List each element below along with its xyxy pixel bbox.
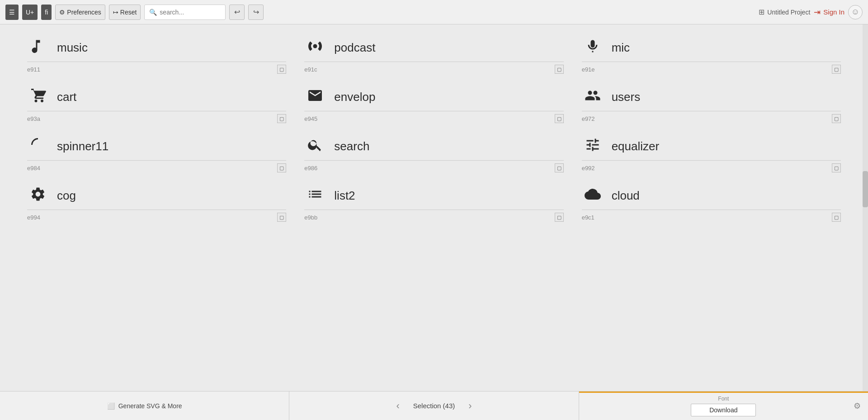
icon-card-podcast[interactable]: podcast e91c ▢ bbox=[304, 38, 563, 74]
icon-name: mic bbox=[612, 41, 630, 55]
copy-button[interactable]: ▢ bbox=[555, 114, 564, 123]
copy-button[interactable]: ▢ bbox=[832, 114, 841, 123]
unicode-label: U+ bbox=[26, 9, 34, 16]
next-arrow-icon: › bbox=[468, 400, 472, 411]
download-section: Font Download ⚙ bbox=[579, 391, 868, 420]
font-label: Font bbox=[718, 396, 729, 402]
project-title: ⊞ Untitled Project bbox=[759, 8, 810, 16]
copy-button[interactable]: ▢ bbox=[277, 114, 286, 123]
icon-card-bottom: e91e ▢ bbox=[582, 62, 841, 74]
icon-card-bottom: e984 ▢ bbox=[27, 160, 286, 172]
spinner11-icon bbox=[27, 137, 49, 156]
icon-card-list2[interactable]: list2 e9bb ▢ bbox=[304, 186, 563, 222]
icon-card-cloud[interactable]: cloud e9c1 ▢ bbox=[582, 186, 841, 222]
svg-point-0 bbox=[313, 44, 317, 48]
icon-card-envelop[interactable]: envelop e945 ▢ bbox=[304, 87, 563, 123]
podcast-icon bbox=[304, 38, 326, 57]
icon-grid: music e911 ▢ podcast e91c ▢ bbox=[27, 38, 841, 222]
icon-card-bottom: e986 ▢ bbox=[304, 160, 563, 172]
icon-code: e91e bbox=[582, 66, 595, 73]
generate-icon: ⬜ bbox=[107, 402, 115, 410]
unicode-button[interactable]: U+ bbox=[22, 5, 38, 20]
reset-button[interactable]: ↦ Reset bbox=[109, 5, 141, 20]
search-box[interactable]: 🔍 bbox=[144, 5, 226, 20]
icon-card-top: users bbox=[582, 87, 841, 111]
copy-button[interactable]: ▢ bbox=[832, 65, 841, 74]
icon-code: e945 bbox=[304, 115, 317, 122]
icon-name: envelop bbox=[334, 90, 375, 104]
icon-card-equalizer[interactable]: equalizer e992 ▢ bbox=[582, 137, 841, 172]
icon-card-top: envelop bbox=[304, 87, 563, 111]
sign-in-button[interactable]: ⇥ Sign In bbox=[814, 7, 844, 17]
icon-card-search[interactable]: search e986 ▢ bbox=[304, 137, 563, 172]
layers-icon: ⊞ bbox=[759, 8, 764, 16]
footer: ⬜ Generate SVG & More ‹ Selection (43) ›… bbox=[0, 391, 868, 420]
icon-card-top: cog bbox=[27, 186, 286, 210]
icon-card-users[interactable]: users e972 ▢ bbox=[582, 87, 841, 123]
icon-card-bottom: e9bb ▢ bbox=[304, 210, 563, 222]
icon-card-cart[interactable]: cart e93a ▢ bbox=[27, 87, 286, 123]
next-page-button[interactable]: › bbox=[464, 400, 476, 412]
forward-button[interactable]: ↪ bbox=[248, 5, 264, 20]
icon-card-bottom: e9c1 ▢ bbox=[582, 210, 841, 222]
icon-code: e91c bbox=[304, 66, 317, 73]
icon-card-bottom: e91c ▢ bbox=[304, 62, 563, 74]
copy-button[interactable]: ▢ bbox=[555, 163, 564, 172]
icon-card-top: cloud bbox=[582, 186, 841, 210]
icon-card-bottom: e994 ▢ bbox=[27, 210, 286, 222]
ligature-label: fi bbox=[45, 9, 48, 16]
list2-icon bbox=[304, 186, 326, 205]
icon-code: e986 bbox=[304, 165, 317, 172]
icon-card-bottom: e992 ▢ bbox=[582, 160, 841, 172]
icon-card-spinner11[interactable]: spinner11 e984 ▢ bbox=[27, 137, 286, 172]
avatar[interactable]: ☺ bbox=[848, 5, 863, 19]
prev-page-button[interactable]: ‹ bbox=[392, 400, 404, 412]
menu-button[interactable]: ☰ bbox=[5, 5, 19, 20]
ligature-button[interactable]: fi bbox=[41, 5, 52, 20]
download-button[interactable]: Download bbox=[691, 404, 756, 416]
icon-card-music[interactable]: music e911 ▢ bbox=[27, 38, 286, 74]
icon-card-cog[interactable]: cog e994 ▢ bbox=[27, 186, 286, 222]
prev-arrow-icon: ‹ bbox=[396, 400, 399, 411]
copy-button[interactable]: ▢ bbox=[832, 163, 841, 172]
progress-bar bbox=[579, 391, 868, 393]
download-label: Download bbox=[709, 406, 737, 414]
reset-label: Reset bbox=[120, 9, 137, 16]
scrollbar-thumb[interactable] bbox=[863, 171, 868, 207]
svg-rect-1 bbox=[590, 40, 594, 48]
project-name: Untitled Project bbox=[767, 9, 810, 16]
icon-name: list2 bbox=[334, 189, 355, 203]
back-button[interactable]: ↩ bbox=[229, 5, 245, 20]
copy-button[interactable]: ▢ bbox=[277, 65, 286, 74]
icon-card-bottom: e911 ▢ bbox=[27, 62, 286, 74]
cog-icon bbox=[27, 186, 49, 205]
copy-button[interactable]: ▢ bbox=[832, 213, 841, 222]
icon-card-bottom: e945 ▢ bbox=[304, 111, 563, 123]
scrollbar[interactable] bbox=[863, 24, 868, 391]
copy-button[interactable]: ▢ bbox=[555, 65, 564, 74]
icon-card-bottom: e93a ▢ bbox=[27, 111, 286, 123]
forward-arrow-icon: ↪ bbox=[253, 8, 259, 16]
icon-grid-container: music e911 ▢ podcast e91c ▢ bbox=[0, 24, 868, 391]
search-input[interactable] bbox=[160, 9, 221, 16]
copy-button[interactable]: ▢ bbox=[277, 213, 286, 222]
copy-button[interactable]: ▢ bbox=[277, 163, 286, 172]
icon-code: e9c1 bbox=[582, 214, 594, 221]
preferences-button[interactable]: ⚙ Preferences bbox=[55, 5, 105, 20]
download-settings-button[interactable]: ⚙ bbox=[854, 401, 861, 411]
generate-button[interactable]: ⬜ Generate SVG & More bbox=[0, 391, 289, 420]
preferences-label: Preferences bbox=[67, 9, 101, 16]
icon-card-mic[interactable]: mic e91e ▢ bbox=[582, 38, 841, 74]
envelop-icon bbox=[304, 87, 326, 106]
icon-code: e93a bbox=[27, 115, 40, 122]
selection-count: Selection (43) bbox=[413, 402, 455, 410]
icon-name: search bbox=[334, 139, 369, 153]
icon-name: users bbox=[612, 90, 641, 104]
icon-code: e992 bbox=[582, 165, 595, 172]
icon-name: cloud bbox=[612, 189, 640, 203]
sign-in-icon: ⇥ bbox=[814, 7, 821, 17]
icon-card-top: music bbox=[27, 38, 286, 62]
copy-button[interactable]: ▢ bbox=[555, 213, 564, 222]
icon-name: music bbox=[57, 41, 88, 55]
cloud-icon bbox=[582, 186, 604, 205]
